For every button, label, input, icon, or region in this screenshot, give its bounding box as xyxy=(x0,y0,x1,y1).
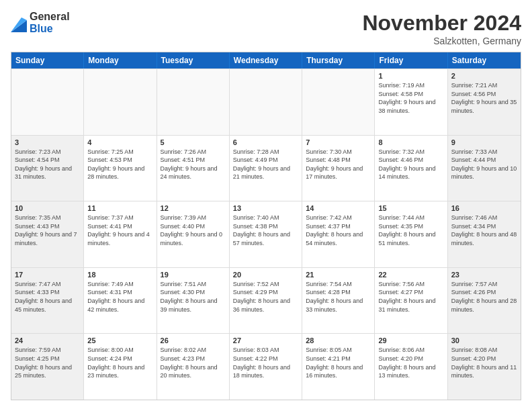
day-info: Sunrise: 7:40 AM Sunset: 4:38 PM Dayligh… xyxy=(233,214,298,247)
day-number: 17 xyxy=(15,271,80,279)
cal-cell-r0-c1 xyxy=(84,69,157,135)
cal-cell-r4-c3: 27Sunrise: 8:03 AM Sunset: 4:22 PM Dayli… xyxy=(230,334,302,400)
day-number: 16 xyxy=(451,204,517,212)
day-info: Sunrise: 7:51 AM Sunset: 4:30 PM Dayligh… xyxy=(161,280,226,314)
day-number: 15 xyxy=(378,204,443,212)
cal-cell-r1-c1: 4Sunrise: 7:25 AM Sunset: 4:53 PM Daylig… xyxy=(84,136,157,201)
cal-row-2: 10Sunrise: 7:35 AM Sunset: 4:43 PM Dayli… xyxy=(11,201,521,267)
day-number: 25 xyxy=(87,336,152,345)
header-saturday: Saturday xyxy=(448,52,521,68)
day-number: 2 xyxy=(451,72,517,80)
day-info: Sunrise: 7:25 AM Sunset: 4:53 PM Dayligh… xyxy=(87,148,152,181)
day-number: 6 xyxy=(233,138,298,146)
header: General Blue November 2024 Salzkotten, G… xyxy=(11,11,521,46)
title-block: November 2024 Salzkotten, Germany xyxy=(362,11,521,46)
header-monday: Monday xyxy=(84,52,157,68)
day-number: 22 xyxy=(378,271,443,279)
month-title: November 2024 xyxy=(362,11,521,36)
calendar: Sunday Monday Tuesday Wednesday Thursday… xyxy=(11,52,521,400)
day-number: 21 xyxy=(306,271,371,279)
day-number: 20 xyxy=(233,271,298,279)
cal-row-3: 17Sunrise: 7:47 AM Sunset: 4:33 PM Dayli… xyxy=(11,267,521,334)
logo-general: General xyxy=(30,11,70,23)
day-info: Sunrise: 7:19 AM Sunset: 4:58 PM Dayligh… xyxy=(378,81,443,115)
day-number: 24 xyxy=(15,336,80,345)
location: Salzkotten, Germany xyxy=(362,36,521,46)
day-number: 18 xyxy=(87,271,152,279)
header-thursday: Thursday xyxy=(302,52,375,68)
cal-cell-r4-c2: 26Sunrise: 8:02 AM Sunset: 4:23 PM Dayli… xyxy=(157,334,230,400)
logo: General Blue xyxy=(11,11,70,34)
cal-cell-r1-c6: 9Sunrise: 7:33 AM Sunset: 4:44 PM Daylig… xyxy=(448,136,521,201)
cal-cell-r1-c0: 3Sunrise: 7:23 AM Sunset: 4:54 PM Daylig… xyxy=(11,136,84,201)
day-info: Sunrise: 8:00 AM Sunset: 4:24 PM Dayligh… xyxy=(87,346,152,379)
day-number: 30 xyxy=(451,336,517,345)
day-number: 14 xyxy=(306,204,371,212)
cal-cell-r4-c0: 24Sunrise: 7:59 AM Sunset: 4:25 PM Dayli… xyxy=(11,334,84,400)
day-number: 29 xyxy=(378,336,443,345)
cal-cell-r0-c2 xyxy=(157,69,230,135)
cal-cell-r0-c4 xyxy=(302,69,375,135)
day-number: 9 xyxy=(451,138,517,146)
cal-cell-r1-c4: 7Sunrise: 7:30 AM Sunset: 4:48 PM Daylig… xyxy=(302,136,375,201)
cal-cell-r3-c3: 20Sunrise: 7:52 AM Sunset: 4:29 PM Dayli… xyxy=(230,268,302,334)
day-info: Sunrise: 7:33 AM Sunset: 4:44 PM Dayligh… xyxy=(451,148,517,181)
cal-cell-r3-c1: 18Sunrise: 7:49 AM Sunset: 4:31 PM Dayli… xyxy=(84,268,157,334)
cal-cell-r4-c6: 30Sunrise: 8:08 AM Sunset: 4:20 PM Dayli… xyxy=(448,334,521,400)
day-info: Sunrise: 7:49 AM Sunset: 4:31 PM Dayligh… xyxy=(87,280,152,314)
logo-blue: Blue xyxy=(30,23,70,35)
day-info: Sunrise: 7:52 AM Sunset: 4:29 PM Dayligh… xyxy=(233,280,298,314)
day-number: 11 xyxy=(87,204,152,212)
day-info: Sunrise: 7:28 AM Sunset: 4:49 PM Dayligh… xyxy=(233,148,298,181)
logo-text: General Blue xyxy=(30,11,70,34)
day-info: Sunrise: 7:46 AM Sunset: 4:34 PM Dayligh… xyxy=(451,214,517,247)
day-number: 28 xyxy=(306,336,371,345)
day-info: Sunrise: 7:54 AM Sunset: 4:28 PM Dayligh… xyxy=(306,280,371,314)
cal-cell-r1-c2: 5Sunrise: 7:26 AM Sunset: 4:51 PM Daylig… xyxy=(157,136,230,201)
day-number: 27 xyxy=(233,336,298,345)
day-info: Sunrise: 7:37 AM Sunset: 4:41 PM Dayligh… xyxy=(87,214,152,247)
cal-row-1: 3Sunrise: 7:23 AM Sunset: 4:54 PM Daylig… xyxy=(11,135,521,201)
page: General Blue November 2024 Salzkotten, G… xyxy=(0,0,532,411)
day-info: Sunrise: 7:35 AM Sunset: 4:43 PM Dayligh… xyxy=(15,214,80,247)
cal-cell-r2-c6: 16Sunrise: 7:46 AM Sunset: 4:34 PM Dayli… xyxy=(448,201,521,267)
day-info: Sunrise: 8:03 AM Sunset: 4:22 PM Dayligh… xyxy=(233,346,298,379)
cal-cell-r1-c5: 8Sunrise: 7:32 AM Sunset: 4:46 PM Daylig… xyxy=(375,136,447,201)
day-info: Sunrise: 7:32 AM Sunset: 4:46 PM Dayligh… xyxy=(378,148,443,181)
cal-cell-r4-c4: 28Sunrise: 8:05 AM Sunset: 4:21 PM Dayli… xyxy=(302,334,375,400)
cal-cell-r2-c4: 14Sunrise: 7:42 AM Sunset: 4:37 PM Dayli… xyxy=(302,201,375,267)
day-info: Sunrise: 7:59 AM Sunset: 4:25 PM Dayligh… xyxy=(15,346,80,379)
cal-cell-r0-c0 xyxy=(11,69,84,135)
cal-row-0: 1Sunrise: 7:19 AM Sunset: 4:58 PM Daylig… xyxy=(11,68,521,135)
cal-cell-r4-c1: 25Sunrise: 8:00 AM Sunset: 4:24 PM Dayli… xyxy=(84,334,157,400)
cal-cell-r2-c1: 11Sunrise: 7:37 AM Sunset: 4:41 PM Dayli… xyxy=(84,201,157,267)
header-friday: Friday xyxy=(375,52,447,68)
day-number: 26 xyxy=(161,336,226,345)
day-number: 7 xyxy=(306,138,371,146)
day-info: Sunrise: 8:06 AM Sunset: 4:20 PM Dayligh… xyxy=(378,346,443,379)
cal-cell-r0-c3 xyxy=(230,69,302,135)
day-info: Sunrise: 7:23 AM Sunset: 4:54 PM Dayligh… xyxy=(15,148,80,181)
day-number: 1 xyxy=(378,72,443,80)
logo-icon xyxy=(11,13,27,32)
day-number: 23 xyxy=(451,271,517,279)
header-tuesday: Tuesday xyxy=(157,52,230,68)
day-number: 19 xyxy=(161,271,226,279)
day-info: Sunrise: 7:47 AM Sunset: 4:33 PM Dayligh… xyxy=(15,280,80,314)
calendar-header: Sunday Monday Tuesday Wednesday Thursday… xyxy=(11,52,521,68)
cal-cell-r0-c5: 1Sunrise: 7:19 AM Sunset: 4:58 PM Daylig… xyxy=(375,69,447,135)
cal-row-4: 24Sunrise: 7:59 AM Sunset: 4:25 PM Dayli… xyxy=(11,333,521,400)
day-number: 3 xyxy=(15,138,80,146)
cal-cell-r3-c5: 22Sunrise: 7:56 AM Sunset: 4:27 PM Dayli… xyxy=(375,268,447,334)
cal-cell-r3-c2: 19Sunrise: 7:51 AM Sunset: 4:30 PM Dayli… xyxy=(157,268,230,334)
day-info: Sunrise: 7:30 AM Sunset: 4:48 PM Dayligh… xyxy=(306,148,371,181)
calendar-body: 1Sunrise: 7:19 AM Sunset: 4:58 PM Daylig… xyxy=(11,68,521,400)
day-number: 13 xyxy=(233,204,298,212)
cal-cell-r2-c5: 15Sunrise: 7:44 AM Sunset: 4:35 PM Dayli… xyxy=(375,201,447,267)
cal-cell-r3-c0: 17Sunrise: 7:47 AM Sunset: 4:33 PM Dayli… xyxy=(11,268,84,334)
cal-cell-r3-c4: 21Sunrise: 7:54 AM Sunset: 4:28 PM Dayli… xyxy=(302,268,375,334)
day-info: Sunrise: 7:26 AM Sunset: 4:51 PM Dayligh… xyxy=(161,148,226,181)
day-info: Sunrise: 8:08 AM Sunset: 4:20 PM Dayligh… xyxy=(451,346,517,379)
day-info: Sunrise: 7:39 AM Sunset: 4:40 PM Dayligh… xyxy=(161,214,226,247)
day-info: Sunrise: 8:05 AM Sunset: 4:21 PM Dayligh… xyxy=(306,346,371,379)
